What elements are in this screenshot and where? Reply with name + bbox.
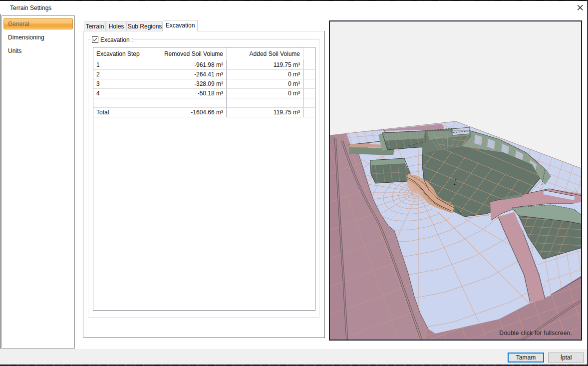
svg-text:Double click for fullscreen.: Double click for fullscreen.	[499, 330, 572, 337]
